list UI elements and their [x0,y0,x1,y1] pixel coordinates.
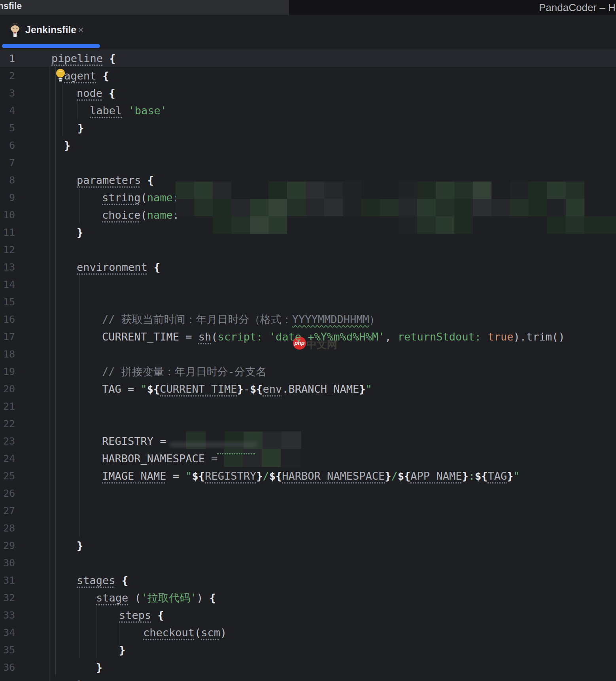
redaction-mosaic-cell [510,199,529,216]
code-line[interactable]: 24HARBOR_NAMESPACE = [0,450,616,467]
code-token: { [103,70,109,82]
line-number[interactable]: 14 [0,279,15,290]
line-number[interactable]: 27 [0,505,15,516]
code-line[interactable]: 6} [0,136,616,154]
code-line[interactable]: 26 [0,484,616,502]
code-text: parameters { [77,175,154,185]
redaction-mosaic-cell [417,216,436,234]
line-number[interactable]: 6 [0,140,15,151]
line-number[interactable]: 5 [0,122,15,134]
line-number[interactable]: 17 [0,331,15,342]
line-number[interactable]: 1 [0,53,15,64]
code-token: IMAGE_NAME [102,470,166,482]
code-line[interactable]: 27 [0,502,616,519]
line-number[interactable]: 21 [0,401,15,412]
line-number[interactable]: 8 [0,174,15,186]
code-line[interactable]: 29} [0,537,616,554]
code-text: stage ('拉取代码') { [96,592,216,603]
code-line[interactable]: 4label 'base' [0,102,616,119]
code-token: REGISTRY = [102,435,173,447]
line-number[interactable]: 29 [0,540,15,551]
code-line[interactable]: 15 [0,293,616,310]
line-number[interactable]: 2 [0,70,15,81]
redaction-mosaic-cell [213,182,231,199]
line-number[interactable]: 19 [0,366,15,377]
code-token: node [77,87,102,99]
code-line[interactable]: 30 [0,554,616,571]
code-line[interactable]: 31stages { [0,571,616,589]
code-token: // 拼接变量：年月日时分-分支名 [102,365,266,378]
code-line[interactable]: 37} [0,676,616,681]
redaction-mosaic-cell [584,216,616,234]
line-number[interactable]: 13 [0,261,15,273]
code-line[interactable]: 35} [0,641,616,658]
redaction-mosaic-cell [324,199,343,216]
redaction-mosaic-cell [268,199,287,216]
code-token: ${ [192,470,205,482]
code-line[interactable]: 18 [0,345,616,363]
code-line[interactable]: 33steps { [0,606,616,624]
code-token: } [64,139,70,151]
code-token: TAG = [102,383,141,395]
code-line[interactable]: 13environment { [0,258,616,276]
code-line[interactable]: 28 [0,519,616,537]
code-token: 'date +%Y%m%d%H%M' [269,331,385,343]
redaction-mosaic-cell [473,182,491,199]
line-number[interactable]: 10 [0,209,15,221]
code-line[interactable]: 17CURRENT_TIME = sh(script: 'date +%Y%m%… [0,328,616,345]
line-number[interactable]: 25 [0,470,15,482]
code-line[interactable]: 12 [0,241,616,258]
line-number[interactable]: 16 [0,314,15,325]
code-line[interactable]: 11} [0,223,616,241]
code-token [147,261,154,273]
line-number[interactable]: 7 [0,157,15,168]
line-number[interactable]: 26 [0,488,15,499]
code-text: node { [77,88,115,98]
redaction-mosaic-cell [380,199,399,216]
line-number[interactable]: 9 [0,192,15,203]
line-number[interactable]: 12 [0,244,15,255]
code-editor[interactable]: php 中文网 1pipeline {2agent {3node {4label… [0,0,616,681]
redaction-mosaic-cell [194,199,213,216]
line-number[interactable]: 34 [0,627,15,638]
code-line[interactable]: 3node { [0,84,616,102]
line-number[interactable]: 31 [0,575,15,586]
code-line[interactable]: 20TAG = "${CURRENT_TIME}-${env.BRANCH_NA… [0,380,616,397]
line-number[interactable]: 36 [0,662,15,673]
line-number[interactable]: 22 [0,418,15,429]
code-line[interactable]: 16// 获取当前时间：年月日时分（格式：YYYYMMDDHHMM） [0,310,616,328]
line-number[interactable]: 37 [0,679,15,681]
code-line[interactable]: 14 [0,276,616,293]
code-token: ( [195,626,201,639]
line-number[interactable]: 23 [0,435,15,447]
code-line[interactable]: 23REGISTRY = [0,432,616,450]
code-line[interactable]: 7 [0,154,616,171]
code-line[interactable]: 34checkout(scm) [0,624,616,641]
code-line[interactable]: 21 [0,397,616,415]
redaction-mosaic-cell [436,182,454,199]
code-line[interactable]: 5} [0,119,616,136]
line-number[interactable]: 11 [0,227,15,238]
code-line[interactable]: 2agent { [0,67,616,84]
line-number[interactable]: 15 [0,296,15,308]
code-text: CURRENT_TIME = sh(script: 'date +%Y%m%d%… [102,331,565,342]
code-token: choice [102,209,141,221]
line-number[interactable]: 4 [0,105,15,116]
code-line[interactable]: 19// 拼接变量：年月日时分-分支名 [0,363,616,380]
code-token: { [147,174,154,186]
code-line[interactable]: 32stage ('拉取代码') { [0,589,616,606]
line-number[interactable]: 3 [0,87,15,99]
line-number[interactable]: 28 [0,522,15,534]
line-number[interactable]: 24 [0,453,15,464]
code-token: } [119,644,125,656]
line-number[interactable]: 32 [0,592,15,603]
code-line[interactable]: 22 [0,415,616,432]
code-line[interactable]: 36} [0,658,616,676]
line-number[interactable]: 30 [0,557,15,569]
line-number[interactable]: 35 [0,644,15,656]
code-line[interactable]: 1pipeline { [0,49,616,67]
line-number[interactable]: 33 [0,609,15,621]
line-number[interactable]: 18 [0,348,15,360]
line-number[interactable]: 20 [0,383,15,395]
code-line[interactable]: 25IMAGE_NAME = "${REGISTRY}/${HARBOR_NAM… [0,467,616,484]
